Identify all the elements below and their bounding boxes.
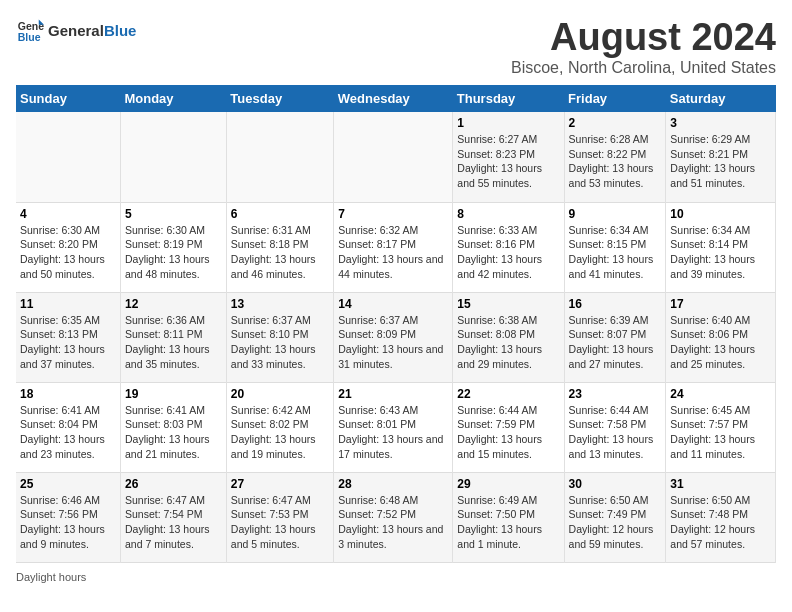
day-info: Sunrise: 6:47 AM Sunset: 7:53 PM Dayligh… <box>231 493 329 552</box>
day-number: 1 <box>457 116 559 130</box>
calendar-cell: 7Sunrise: 6:32 AM Sunset: 8:17 PM Daylig… <box>334 202 453 292</box>
calendar-cell: 5Sunrise: 6:30 AM Sunset: 8:19 PM Daylig… <box>120 202 226 292</box>
calendar-cell: 10Sunrise: 6:34 AM Sunset: 8:14 PM Dayli… <box>666 202 776 292</box>
calendar-week-row: 11Sunrise: 6:35 AM Sunset: 8:13 PM Dayli… <box>16 292 776 382</box>
day-number: 29 <box>457 477 559 491</box>
day-number: 15 <box>457 297 559 311</box>
day-info: Sunrise: 6:36 AM Sunset: 8:11 PM Dayligh… <box>125 313 222 372</box>
weekday-header-monday: Monday <box>120 85 226 112</box>
day-info: Sunrise: 6:49 AM Sunset: 7:50 PM Dayligh… <box>457 493 559 552</box>
day-number: 9 <box>569 207 662 221</box>
page-title: August 2024 <box>511 16 776 59</box>
day-number: 17 <box>670 297 771 311</box>
day-info: Sunrise: 6:37 AM Sunset: 8:10 PM Dayligh… <box>231 313 329 372</box>
svg-text:Blue: Blue <box>18 31 41 43</box>
day-number: 27 <box>231 477 329 491</box>
daylight-hours-label: Daylight hours <box>16 571 86 583</box>
calendar-cell: 4Sunrise: 6:30 AM Sunset: 8:20 PM Daylig… <box>16 202 120 292</box>
calendar-cell <box>120 112 226 202</box>
calendar-cell: 12Sunrise: 6:36 AM Sunset: 8:11 PM Dayli… <box>120 292 226 382</box>
calendar-week-row: 4Sunrise: 6:30 AM Sunset: 8:20 PM Daylig… <box>16 202 776 292</box>
calendar-cell: 8Sunrise: 6:33 AM Sunset: 8:16 PM Daylig… <box>453 202 564 292</box>
calendar-cell: 3Sunrise: 6:29 AM Sunset: 8:21 PM Daylig… <box>666 112 776 202</box>
weekday-header-thursday: Thursday <box>453 85 564 112</box>
day-info: Sunrise: 6:34 AM Sunset: 8:15 PM Dayligh… <box>569 223 662 282</box>
weekday-header-row: SundayMondayTuesdayWednesdayThursdayFrid… <box>16 85 776 112</box>
day-info: Sunrise: 6:39 AM Sunset: 8:07 PM Dayligh… <box>569 313 662 372</box>
calendar-cell <box>16 112 120 202</box>
day-info: Sunrise: 6:33 AM Sunset: 8:16 PM Dayligh… <box>457 223 559 282</box>
day-info: Sunrise: 6:27 AM Sunset: 8:23 PM Dayligh… <box>457 132 559 191</box>
day-info: Sunrise: 6:44 AM Sunset: 7:58 PM Dayligh… <box>569 403 662 462</box>
day-number: 2 <box>569 116 662 130</box>
day-info: Sunrise: 6:35 AM Sunset: 8:13 PM Dayligh… <box>20 313 116 372</box>
calendar-week-row: 25Sunrise: 6:46 AM Sunset: 7:56 PM Dayli… <box>16 472 776 562</box>
day-info: Sunrise: 6:50 AM Sunset: 7:49 PM Dayligh… <box>569 493 662 552</box>
calendar-cell: 28Sunrise: 6:48 AM Sunset: 7:52 PM Dayli… <box>334 472 453 562</box>
day-info: Sunrise: 6:29 AM Sunset: 8:21 PM Dayligh… <box>670 132 771 191</box>
day-number: 18 <box>20 387 116 401</box>
calendar-week-row: 18Sunrise: 6:41 AM Sunset: 8:04 PM Dayli… <box>16 382 776 472</box>
calendar-cell: 13Sunrise: 6:37 AM Sunset: 8:10 PM Dayli… <box>226 292 333 382</box>
calendar-cell: 20Sunrise: 6:42 AM Sunset: 8:02 PM Dayli… <box>226 382 333 472</box>
day-number: 13 <box>231 297 329 311</box>
calendar-cell: 26Sunrise: 6:47 AM Sunset: 7:54 PM Dayli… <box>120 472 226 562</box>
day-number: 31 <box>670 477 771 491</box>
day-number: 20 <box>231 387 329 401</box>
day-info: Sunrise: 6:50 AM Sunset: 7:48 PM Dayligh… <box>670 493 771 552</box>
calendar-cell: 25Sunrise: 6:46 AM Sunset: 7:56 PM Dayli… <box>16 472 120 562</box>
day-info: Sunrise: 6:43 AM Sunset: 8:01 PM Dayligh… <box>338 403 448 462</box>
day-number: 4 <box>20 207 116 221</box>
day-info: Sunrise: 6:41 AM Sunset: 8:03 PM Dayligh… <box>125 403 222 462</box>
calendar-cell: 9Sunrise: 6:34 AM Sunset: 8:15 PM Daylig… <box>564 202 666 292</box>
day-info: Sunrise: 6:48 AM Sunset: 7:52 PM Dayligh… <box>338 493 448 552</box>
day-info: Sunrise: 6:45 AM Sunset: 7:57 PM Dayligh… <box>670 403 771 462</box>
header: General Blue GeneralBlue August 2024 Bis… <box>16 16 776 77</box>
day-number: 5 <box>125 207 222 221</box>
calendar-cell: 2Sunrise: 6:28 AM Sunset: 8:22 PM Daylig… <box>564 112 666 202</box>
day-number: 3 <box>670 116 771 130</box>
day-number: 24 <box>670 387 771 401</box>
day-info: Sunrise: 6:40 AM Sunset: 8:06 PM Dayligh… <box>670 313 771 372</box>
logo-icon: General Blue <box>16 16 44 44</box>
day-number: 10 <box>670 207 771 221</box>
calendar-cell: 6Sunrise: 6:31 AM Sunset: 8:18 PM Daylig… <box>226 202 333 292</box>
day-info: Sunrise: 6:34 AM Sunset: 8:14 PM Dayligh… <box>670 223 771 282</box>
day-info: Sunrise: 6:28 AM Sunset: 8:22 PM Dayligh… <box>569 132 662 191</box>
day-number: 23 <box>569 387 662 401</box>
logo-general: General <box>48 22 104 39</box>
calendar-cell: 22Sunrise: 6:44 AM Sunset: 7:59 PM Dayli… <box>453 382 564 472</box>
logo-blue: Blue <box>104 22 137 39</box>
day-info: Sunrise: 6:44 AM Sunset: 7:59 PM Dayligh… <box>457 403 559 462</box>
day-number: 14 <box>338 297 448 311</box>
calendar-table: SundayMondayTuesdayWednesdayThursdayFrid… <box>16 85 776 563</box>
day-number: 21 <box>338 387 448 401</box>
day-info: Sunrise: 6:46 AM Sunset: 7:56 PM Dayligh… <box>20 493 116 552</box>
calendar-cell: 14Sunrise: 6:37 AM Sunset: 8:09 PM Dayli… <box>334 292 453 382</box>
footer: Daylight hours <box>16 571 776 583</box>
calendar-cell: 23Sunrise: 6:44 AM Sunset: 7:58 PM Dayli… <box>564 382 666 472</box>
logo: General Blue GeneralBlue <box>16 16 136 44</box>
calendar-cell: 11Sunrise: 6:35 AM Sunset: 8:13 PM Dayli… <box>16 292 120 382</box>
calendar-cell <box>226 112 333 202</box>
weekday-header-sunday: Sunday <box>16 85 120 112</box>
day-number: 28 <box>338 477 448 491</box>
day-info: Sunrise: 6:38 AM Sunset: 8:08 PM Dayligh… <box>457 313 559 372</box>
day-number: 26 <box>125 477 222 491</box>
day-number: 6 <box>231 207 329 221</box>
calendar-cell <box>334 112 453 202</box>
day-info: Sunrise: 6:47 AM Sunset: 7:54 PM Dayligh… <box>125 493 222 552</box>
weekday-header-friday: Friday <box>564 85 666 112</box>
day-info: Sunrise: 6:41 AM Sunset: 8:04 PM Dayligh… <box>20 403 116 462</box>
calendar-cell: 31Sunrise: 6:50 AM Sunset: 7:48 PM Dayli… <box>666 472 776 562</box>
page-subtitle: Biscoe, North Carolina, United States <box>511 59 776 77</box>
day-number: 22 <box>457 387 559 401</box>
day-number: 8 <box>457 207 559 221</box>
day-number: 19 <box>125 387 222 401</box>
day-number: 25 <box>20 477 116 491</box>
day-info: Sunrise: 6:42 AM Sunset: 8:02 PM Dayligh… <box>231 403 329 462</box>
day-info: Sunrise: 6:32 AM Sunset: 8:17 PM Dayligh… <box>338 223 448 282</box>
weekday-header-wednesday: Wednesday <box>334 85 453 112</box>
calendar-cell: 30Sunrise: 6:50 AM Sunset: 7:49 PM Dayli… <box>564 472 666 562</box>
weekday-header-tuesday: Tuesday <box>226 85 333 112</box>
